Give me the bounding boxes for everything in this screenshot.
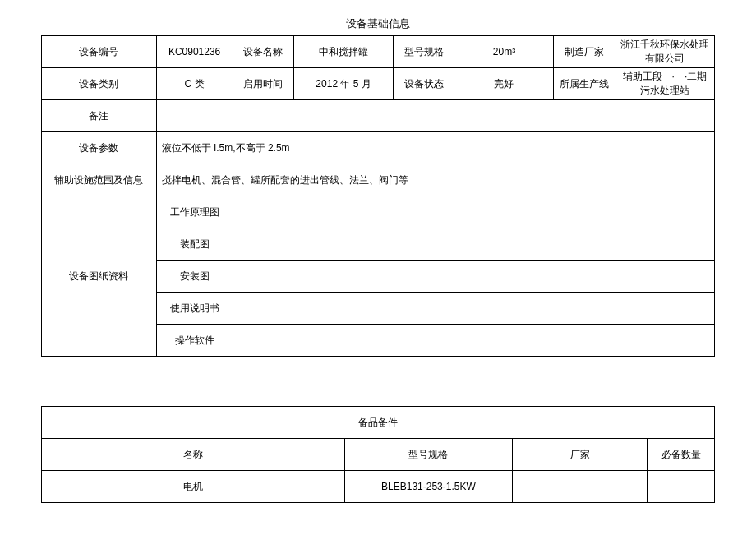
page-title-1: 设备基础信息 [41,16,715,31]
cell-label: 设备参数 [42,132,157,164]
table-row: 备品备件 [42,407,715,439]
cell-value: KC0901236 [156,36,233,68]
cell-label: 设备类别 [42,68,157,100]
col-header: 厂家 [513,439,648,471]
cell-value: 搅拌电机、混合管、罐所配套的进出管线、法兰、阀门等 [156,164,714,196]
cell-value [648,471,715,503]
cell-value: 装配图 [156,228,233,261]
cell-value: 工作原理图 [156,196,233,228]
table-row: 电机 BLEB131-253-1.5KW [42,471,715,503]
cell-label: 制造厂家 [554,36,615,68]
table-row: 名称 型号规格 厂家 必备数量 [42,439,715,471]
cell-label: 型号规格 [394,36,454,68]
col-header: 必备数量 [648,439,715,471]
table-row: 设备类别 C 类 启用时间 2012 年 5 月 设备状态 完好 所属生产线 辅… [42,68,715,100]
cell-value: BLEB131-253-1.5KW [344,471,513,503]
cell-value: 电机 [42,471,345,503]
cell-empty [233,196,714,228]
cell-value: 20m³ [454,36,554,68]
cell-value: 液位不低于 I.5m,不高于 2.5m [156,132,714,164]
cell-value: 完好 [454,68,554,100]
table-row: 设备图纸资料 工作原理图 [42,196,715,228]
cell-empty [233,228,714,261]
cell-label: 启用时间 [233,68,293,100]
cell-value: 安装图 [156,261,233,293]
cell-value: 2012 年 5 月 [294,68,394,100]
cell-value: 辅助工段一·一·二期污水处理站 [615,68,714,100]
table-row: 辅助设施范围及信息 搅拌电机、混合管、罐所配套的进出管线、法兰、阀门等 [42,164,715,196]
cell-label: 备注 [42,100,157,132]
cell-empty [233,261,714,293]
cell-label: 设备名称 [233,36,293,68]
spare-parts-table: 备品备件 名称 型号规格 厂家 必备数量 电机 BLEB131-253-1.5K… [41,406,715,503]
cell-value: 浙江千秋环保水处理有限公司 [615,36,714,68]
cell-label: 设备图纸资料 [42,196,157,357]
spare-parts-title: 备品备件 [42,407,715,439]
cell-value [513,471,648,503]
col-header: 名称 [42,439,345,471]
cell-label: 辅助设施范围及信息 [42,164,157,196]
cell-value [156,100,714,132]
table-row: 设备参数 液位不低于 I.5m,不高于 2.5m [42,132,715,164]
cell-value: 使用说明书 [156,293,233,325]
cell-value: 中和搅拌罐 [294,36,394,68]
cell-value: 操作软件 [156,325,233,357]
col-header: 型号规格 [344,439,513,471]
cell-label: 设备编号 [42,36,157,68]
cell-empty [233,325,714,357]
table-row: 设备编号 KC0901236 设备名称 中和搅拌罐 型号规格 20m³ 制造厂家… [42,36,715,68]
cell-label: 所属生产线 [554,68,615,100]
cell-empty [233,293,714,325]
equipment-info-table: 设备编号 KC0901236 设备名称 中和搅拌罐 型号规格 20m³ 制造厂家… [41,35,715,357]
table-row: 备注 [42,100,715,132]
cell-label: 设备状态 [394,68,454,100]
cell-value: C 类 [156,68,233,100]
